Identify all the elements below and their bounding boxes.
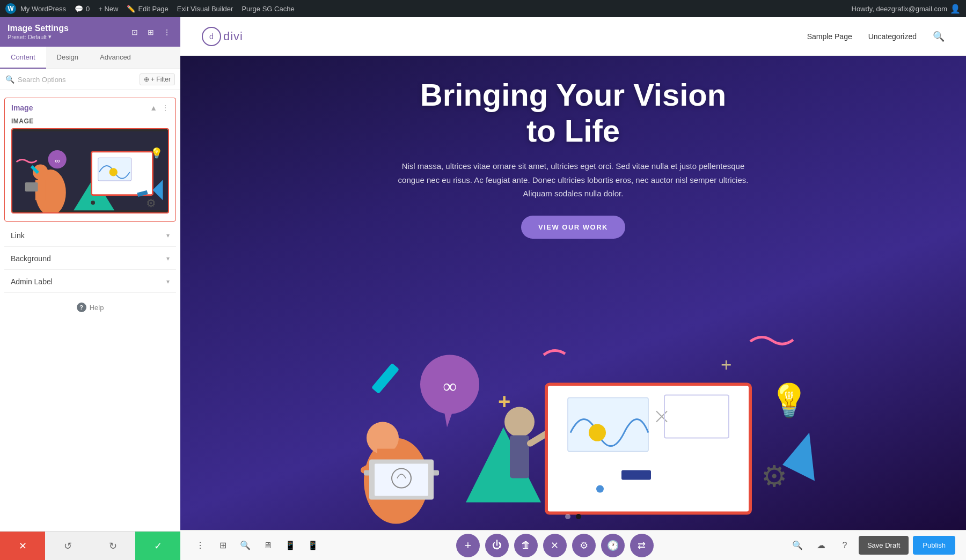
builder-delete-button[interactable]: 🗑 bbox=[514, 534, 538, 557]
image-field-label: Image bbox=[5, 117, 175, 128]
builder-tool-desktop[interactable]: 🖥 bbox=[259, 536, 277, 555]
site-search-icon[interactable]: 🔍 bbox=[933, 31, 945, 42]
admin-bar-new[interactable]: + New bbox=[94, 0, 122, 17]
confirm-icon: ✓ bbox=[154, 540, 162, 552]
publish-button[interactable]: Publish bbox=[913, 536, 955, 555]
panel-undo-button[interactable]: ↺ bbox=[45, 532, 90, 560]
panel-more-icon[interactable]: ⋮ bbox=[161, 26, 173, 38]
panel-confirm-button[interactable]: ✓ bbox=[135, 532, 180, 560]
panel-bottom-bar: ✕ ↺ ↻ ✓ bbox=[0, 531, 180, 560]
nav-item-uncategorized[interactable]: Uncategorized bbox=[868, 32, 917, 41]
panel-columns-icon[interactable]: ⊞ bbox=[145, 26, 157, 38]
admin-bar-avatar-icon: 👤 bbox=[950, 4, 961, 14]
tab-advanced[interactable]: Advanced bbox=[89, 47, 142, 69]
panel-close-button[interactable]: ✕ bbox=[0, 532, 45, 560]
builder-add-button[interactable]: + bbox=[456, 534, 480, 557]
hero-description: Nisl massa, ultrices vitae ornare sit am… bbox=[391, 159, 756, 201]
admin-bar-exit-vb[interactable]: Exit Visual Builder bbox=[173, 0, 238, 17]
svg-marker-25 bbox=[466, 427, 541, 502]
hero-text-area: Bringing Your Vision to Life Nisl massa,… bbox=[180, 56, 966, 249]
divi-logo-circle: d bbox=[202, 27, 221, 46]
tab-design[interactable]: Design bbox=[46, 47, 89, 69]
hero-illustration: ∞ + + 💡 bbox=[180, 249, 966, 530]
builder-power-button[interactable]: ⏻ bbox=[485, 534, 509, 557]
panel-fullscreen-icon[interactable]: ⊡ bbox=[129, 26, 141, 38]
admin-bar-edit-page[interactable]: ✏️ Edit Page bbox=[122, 0, 172, 17]
builder-tool-grid[interactable]: ⊞ bbox=[214, 536, 232, 555]
svg-marker-45 bbox=[782, 432, 815, 481]
svg-point-9 bbox=[109, 168, 118, 176]
panel-preset[interactable]: Preset: Default ▾ bbox=[8, 33, 69, 40]
filter-button[interactable]: ⊕ + Filter bbox=[140, 73, 175, 85]
admin-bar-purge-cache[interactable]: Purge SG Cache bbox=[237, 0, 298, 17]
dot-1 bbox=[565, 514, 570, 519]
panel-content: Image ▲ ⋮ Image bbox=[0, 90, 180, 531]
hero-illustration-svg: ∞ + + 💡 bbox=[332, 249, 815, 530]
builder-tool-mobile[interactable]: 📱 bbox=[304, 536, 322, 555]
panel-search-bar: 🔍 ⊕ + Filter bbox=[0, 69, 180, 90]
svg-point-2 bbox=[33, 165, 48, 180]
admin-label-chevron-icon: ▾ bbox=[166, 278, 170, 285]
svg-marker-36 bbox=[444, 412, 452, 427]
background-section: Background ▾ bbox=[4, 248, 176, 270]
site-nav: Sample Page Uncategorized 🔍 bbox=[807, 31, 945, 42]
preset-chevron-icon: ▾ bbox=[48, 33, 52, 40]
svg-point-40 bbox=[596, 485, 604, 492]
admin-label-section-title: Admin Label bbox=[11, 277, 53, 286]
image-preview[interactable]: ∞ ⚙ 💡 bbox=[11, 128, 169, 213]
image-section-collapse-icon[interactable]: ▲ bbox=[150, 104, 157, 112]
search-options-input[interactable] bbox=[18, 76, 136, 84]
close-icon: ✕ bbox=[19, 540, 27, 552]
builder-history-button[interactable]: 🕐 bbox=[601, 534, 625, 557]
builder-tool-search[interactable]: 🔍 bbox=[236, 536, 254, 555]
panel-redo-button[interactable]: ↻ bbox=[90, 532, 135, 560]
link-section: Link ▾ bbox=[4, 225, 176, 247]
image-preview-canvas: ∞ ⚙ 💡 bbox=[12, 129, 168, 212]
wp-logo-icon[interactable]: W bbox=[5, 3, 16, 14]
tab-content[interactable]: Content bbox=[0, 47, 46, 69]
link-section-header[interactable]: Link ▾ bbox=[4, 225, 176, 247]
builder-cloud-icon[interactable]: ☁ bbox=[811, 536, 831, 555]
builder-bar-center: + ⏻ 🗑 ✕ ⚙ 🕐 ⇄ bbox=[456, 534, 654, 557]
help-icon: ? bbox=[77, 303, 86, 312]
svg-rect-30 bbox=[568, 397, 648, 451]
builder-bar-right: 🔍 ☁ ? Save Draft Publish bbox=[788, 536, 955, 555]
admin-bar-comments[interactable]: 💬 0 bbox=[70, 0, 94, 17]
svg-point-14 bbox=[91, 201, 95, 205]
image-section-header[interactable]: Image ▲ ⋮ bbox=[5, 98, 175, 117]
admin-bar-site[interactable]: My WordPress bbox=[16, 0, 70, 17]
svg-point-31 bbox=[589, 424, 606, 441]
divi-logo: d divi bbox=[202, 27, 243, 46]
admin-bar-right: Howdy, deezgrafix@gmail.com 👤 bbox=[852, 4, 961, 14]
svg-text:💡: 💡 bbox=[150, 147, 163, 159]
builder-columns-button[interactable]: ⇄ bbox=[630, 534, 654, 557]
svg-rect-41 bbox=[621, 470, 651, 480]
undo-icon: ↺ bbox=[64, 540, 72, 552]
admin-bar-howdy: Howdy, deezgrafix@gmail.com bbox=[852, 5, 947, 13]
hero-cta-button[interactable]: VIEW OUR WORK bbox=[521, 216, 625, 239]
help-area[interactable]: ? Help bbox=[0, 294, 180, 321]
hero-section: Bringing Your Vision to Life Nisl massa,… bbox=[180, 56, 966, 530]
save-draft-button[interactable]: Save Draft bbox=[859, 536, 909, 555]
builder-tool-more[interactable]: ⋮ bbox=[191, 536, 209, 555]
main-content: d divi Sample Page Uncategorized 🔍 Bring… bbox=[180, 17, 966, 560]
svg-text:⚙: ⚙ bbox=[146, 197, 156, 209]
preview-illustration-svg: ∞ ⚙ 💡 bbox=[12, 129, 168, 212]
admin-label-section-header[interactable]: Admin Label ▾ bbox=[4, 271, 176, 293]
image-section-more-icon[interactable]: ⋮ bbox=[162, 104, 169, 112]
help-label: Help bbox=[90, 304, 104, 312]
svg-rect-39 bbox=[371, 363, 399, 394]
builder-help-icon[interactable]: ? bbox=[835, 536, 854, 555]
builder-close-button[interactable]: ✕ bbox=[543, 534, 567, 557]
link-section-title: Link bbox=[11, 231, 25, 240]
nav-item-sample-page[interactable]: Sample Page bbox=[807, 32, 852, 41]
background-section-header[interactable]: Background ▾ bbox=[4, 248, 176, 270]
builder-bar-left: ⋮ ⊞ 🔍 🖥 📱 📱 bbox=[191, 536, 322, 555]
builder-settings-button[interactable]: ⚙ bbox=[572, 534, 596, 557]
site-header: d divi Sample Page Uncategorized 🔍 bbox=[180, 17, 966, 56]
builder-tool-tablet[interactable]: 📱 bbox=[281, 536, 299, 555]
admin-bar-site-name: My WordPress bbox=[20, 5, 66, 13]
builder-search-icon[interactable]: 🔍 bbox=[788, 536, 807, 555]
builder-bar: ⋮ ⊞ 🔍 🖥 📱 📱 + ⏻ 🗑 ✕ ⚙ 🕐 ⇄ 🔍 ☁ ? Sav bbox=[180, 530, 966, 560]
panel-tabs: Content Design Advanced bbox=[0, 47, 180, 69]
